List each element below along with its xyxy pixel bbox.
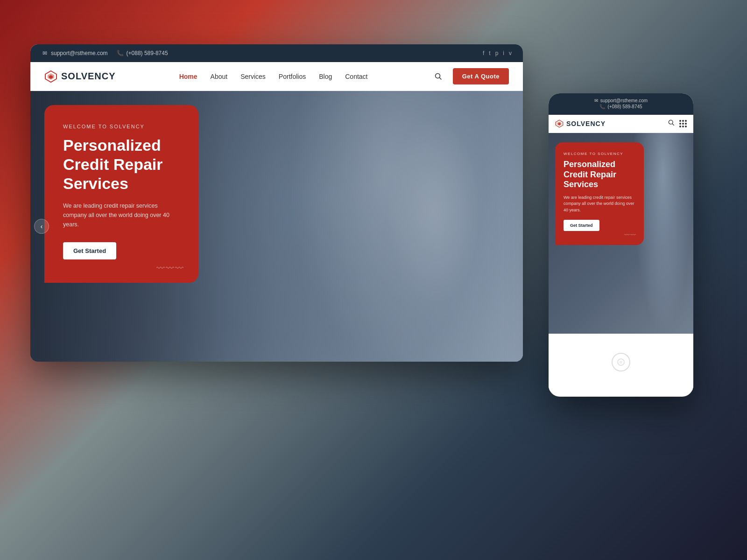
hero-description: We are leading credit repair services co… [63, 201, 180, 229]
brand-name: SOLVENCY [61, 71, 116, 82]
hero-section: ‹ WELCOME TO SOLVENCY Personalized Credi… [30, 91, 523, 362]
mobile-phone-text: (+088) 589-8745 [607, 104, 642, 109]
nav-services[interactable]: Services [240, 73, 266, 80]
twitter-icon[interactable]: t [489, 50, 490, 56]
topbar-email-text: support@rstheme.com [51, 50, 108, 56]
mobile-wave-decoration: 〰〰 [624, 232, 636, 238]
mobile-email: ✉ support@rstheme.com [555, 98, 687, 103]
brand-logo: SOLVENCY [44, 70, 116, 83]
nav-home[interactable]: Home [179, 73, 197, 80]
hero-wave-decoration: 〰〰〰 [156, 264, 184, 273]
nav-blog[interactable]: Blog [319, 73, 332, 80]
mobile-phone-icon: 📞 [599, 104, 605, 109]
nav-about[interactable]: About [211, 73, 228, 80]
svg-line-9 [672, 124, 674, 125]
email-icon: ✉ [42, 50, 48, 56]
svg-line-4 [439, 77, 441, 79]
hero-cta-button[interactable]: Get Started [63, 242, 116, 259]
search-button[interactable] [431, 70, 445, 84]
scroll-icon [617, 358, 625, 366]
logo-icon [44, 70, 57, 83]
topbar: ✉ support@rstheme.com 📞 (+088) 589-8745 … [30, 44, 523, 62]
mobile-browser-mockup: ✉ support@rstheme.com 📞 (+088) 589-8745 … [549, 93, 693, 397]
mobile-logo-icon [555, 119, 564, 128]
nav-links: Home About Services Portfolios Blog Cont… [179, 73, 368, 80]
facebook-icon[interactable]: f [483, 50, 484, 56]
mobile-hero-section: WELCOME TO SOLVENCY Personalized Credit … [549, 133, 693, 334]
mobile-topbar: ✉ support@rstheme.com 📞 (+088) 589-8745 [549, 93, 693, 115]
mobile-hero-eyebrow: WELCOME TO SOLVENCY [564, 152, 635, 156]
instagram-icon[interactable]: i [503, 50, 504, 56]
mobile-hero-cta-button[interactable]: Get Started [564, 220, 599, 231]
desktop-browser-mockup: ✉ support@rstheme.com 📞 (+088) 589-8745 … [30, 44, 523, 362]
mobile-brand-name: SOLVENCY [566, 120, 606, 127]
topbar-phone-text: (+088) 589-8745 [127, 50, 168, 56]
main-navigation: SOLVENCY Home About Services Portfolios … [30, 62, 523, 91]
mobile-search-icon [668, 119, 675, 126]
topbar-social: f t p i v [483, 50, 512, 56]
topbar-email: ✉ support@rstheme.com [42, 50, 108, 56]
mobile-hero-title: Personalized Credit Repair Services [564, 160, 635, 190]
mobile-brand-logo: SOLVENCY [555, 119, 606, 128]
mobile-footer [549, 334, 693, 391]
topbar-contacts: ✉ support@rstheme.com 📞 (+088) 589-8745 [42, 50, 168, 56]
mobile-navigation: SOLVENCY [549, 115, 693, 133]
vimeo-icon[interactable]: v [509, 50, 512, 56]
phone-icon: 📞 [117, 50, 124, 56]
hero-card: WELCOME TO SOLVENCY Personalized Credit … [44, 105, 198, 283]
get-quote-button[interactable]: Get A Quote [453, 68, 509, 84]
svg-point-11 [620, 361, 622, 364]
hero-eyebrow: WELCOME TO SOLVENCY [63, 124, 180, 129]
mobile-menu-button[interactable] [679, 120, 687, 127]
mobile-email-icon: ✉ [594, 98, 598, 103]
nav-contact[interactable]: Contact [345, 73, 367, 80]
prev-slide-button[interactable]: ‹ [34, 219, 49, 234]
mobile-nav-icons [668, 119, 687, 128]
nav-portfolios[interactable]: Portfolios [279, 73, 306, 80]
scroll-indicator [612, 353, 630, 371]
topbar-phone: 📞 (+088) 589-8745 [117, 50, 168, 56]
mobile-email-text: support@rstheme.com [600, 98, 648, 103]
hero-title: Personalized Credit Repair Services [63, 136, 180, 193]
hero-content: WELCOME TO SOLVENCY Personalized Credit … [44, 105, 198, 283]
nav-actions: Get A Quote [431, 68, 509, 84]
pinterest-icon[interactable]: p [495, 50, 499, 56]
mobile-hero-description: We are leading credit repair services co… [564, 195, 635, 214]
mobile-phone: 📞 (+088) 589-8745 [555, 104, 687, 109]
search-icon [435, 73, 442, 80]
mobile-search-button[interactable] [668, 119, 675, 128]
mobile-hero-card: WELCOME TO SOLVENCY Personalized Credit … [555, 142, 644, 245]
